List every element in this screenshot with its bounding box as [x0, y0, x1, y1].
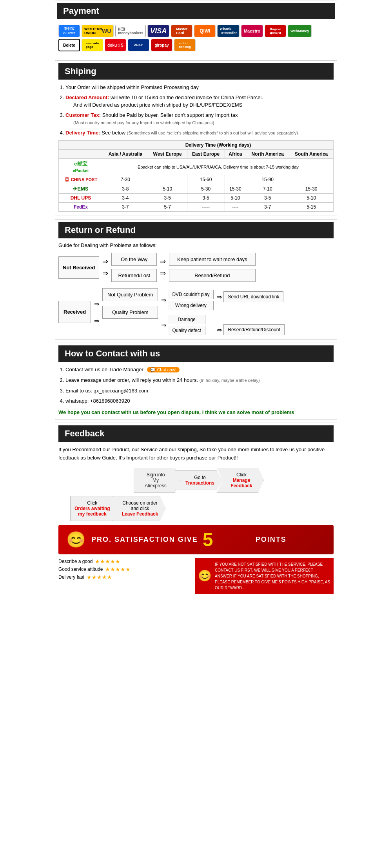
review-smiley: 😊	[198, 568, 212, 584]
chinapost-north: 15-90	[246, 175, 289, 184]
fedex-west: 5-7	[148, 203, 187, 212]
declared-amount-sub: And will Declared as product price which…	[73, 102, 242, 108]
step-leave-feedback: Choose on orderand clickLeave Feedback	[112, 496, 166, 521]
table-row-ems: ✈EMS 3-8 5-10 5-30 15-30 7-10 15-30	[59, 184, 334, 194]
table-region-north: North America	[246, 150, 289, 159]
epacket-logo-cell: e邮宝ePacket	[59, 159, 103, 175]
review-item-2: Good service attitude ★★★★★	[58, 566, 191, 572]
moneybookers-logo: ((((((moneybookers	[115, 25, 146, 37]
resend-discount-box: Resend/Refund/Discount	[223, 324, 284, 335]
step-sign-in-text: Sign intoMyAliexpress	[138, 472, 173, 488]
send-url-box: Send URL download link	[223, 291, 283, 302]
step-sign-in: Sign intoMyAliexpress	[134, 468, 181, 493]
delivery-time-note: (Sometimes will use *seller's shipping m…	[127, 131, 298, 135]
shipping-item-3: Customer Tax: Should be Paid by buyer. S…	[65, 111, 334, 127]
contact-item-4: whatsapp: +8618968063920	[65, 397, 334, 405]
table-region-east: East Europe	[187, 150, 225, 159]
shipping-item-4: Delivery Time: See below (Sometimes will…	[65, 129, 334, 137]
stars-1: ★★★★★	[95, 558, 120, 565]
received-box: Received	[58, 301, 91, 323]
table-row-dhl: DHL UPS 3-4 3-5 3-5 5-10 3-5 5-10	[59, 194, 334, 203]
review-right-text: IF YOU ARE NOT SATISFIED WITH THE SERVIC…	[215, 561, 330, 591]
review-label-1: Describe a good	[58, 559, 93, 564]
quality-problem-box: Quality Problem	[102, 306, 158, 319]
review-item-3: Delivery fast ★★★★★	[58, 574, 191, 580]
review-label-3: Delivery fast	[58, 574, 84, 580]
contact-item-2-note: (In holiday, maybe a little delay)	[200, 378, 260, 383]
contact-item-2: Leave message under order, will reply yo…	[65, 376, 334, 385]
contact-item-3: Email to us: qx_qianxiang@163.com	[65, 387, 334, 395]
satisfaction-banner: 😊 PRO. SATISFACTION GIVE 5 POINTS	[58, 525, 334, 554]
dhl-logo-cell: DHL UPS	[59, 194, 103, 203]
refund-section: Return or Refund Guide for Dealing with …	[55, 219, 337, 340]
fedex-south: 5-15	[289, 203, 334, 212]
table-region-africa: Africa	[225, 150, 246, 159]
feedback-section: Feedback If you Recommand our Product, o…	[55, 423, 337, 598]
contact-warning: We hope you can contact with us before y…	[58, 409, 334, 415]
review-right: 😊 IF YOU ARE NOT SATISFIED WITH THE SERV…	[195, 558, 334, 594]
table-header-delivery: Delivery Time (Working days)	[103, 141, 333, 150]
step-leave-text: Choose on orderand clickLeave Feedback	[122, 500, 158, 517]
giro-logo: giropay	[151, 39, 172, 51]
feedback-steps-row1: Sign intoMyAliexpress Go toTransactions …	[58, 468, 334, 493]
fedex-logo-cell: FedEx	[59, 203, 103, 212]
doku-logo: doku☺S	[105, 39, 126, 51]
table-row-fedex: FedEx 3-7 5-7 ----- ---- 3-7 5-15	[59, 203, 334, 212]
ems-north: 7-10	[246, 184, 289, 194]
delivery-time-label: Delivery Time:	[65, 130, 100, 136]
not-received-flow: Not Received ⇒ ⇒ On the Way Returned/Los…	[58, 253, 334, 282]
contact-header: How to Contact with us	[58, 345, 334, 362]
review-label-2: Good service attitude	[58, 567, 103, 572]
shipping-header: Shiping	[58, 63, 334, 80]
shipping-section: Shiping Your Order will be shipped withi…	[55, 60, 337, 216]
qiwi-logo: QIWI	[194, 25, 216, 37]
contact-section: How to Contact with us Contact with us o…	[55, 343, 337, 419]
ems-south: 15-30	[289, 184, 334, 194]
review-left: Describe a good ★★★★★ Good service attit…	[58, 558, 191, 594]
payment-section: Payment 支付宝ALIPAY WESTERNUNION WU ((((((…	[55, 0, 337, 57]
refund-guide-text: Guide for Dealing with Problems as follo…	[58, 242, 334, 248]
chat-badge: 💬 Chat now!	[147, 367, 180, 372]
ems-africa: 15-30	[225, 184, 246, 194]
payment-header: Payment	[57, 3, 335, 19]
table-region-west: West Europe	[148, 150, 187, 159]
not-quality-box: Not Quality Problem	[102, 288, 158, 301]
table-header-carrier	[59, 141, 103, 150]
step-transactions-text: Go toTransactions	[185, 475, 215, 486]
table-subheader-carrier	[59, 150, 103, 159]
ems-east: 5-30	[187, 184, 225, 194]
delivery-table: Delivery Time (Working days) Asia / Aust…	[58, 140, 334, 212]
keep-patient-box: Keep patient to wait more days	[169, 253, 256, 266]
contact-item-2-text: Leave message under order, will reply yo…	[65, 377, 198, 383]
fedex-north: 3-7	[246, 203, 289, 212]
quality-defect-box: Quality defect	[168, 326, 205, 335]
banner-text-right: POINTS	[216, 536, 326, 544]
customer-tax-sub: (Most country no need pay for any Import…	[73, 120, 214, 125]
payment-logos: 支付宝ALIPAY WESTERNUNION WU ((((((moneyboo…	[57, 23, 335, 53]
dvd-play-box: DVD couldn't play	[168, 290, 214, 299]
alipay-logo: 支付宝ALIPAY	[58, 25, 80, 37]
visa-logo: VISA	[147, 25, 169, 37]
mercado-logo: mercadopago	[82, 39, 103, 51]
resend-refund-box: Resend/Refund	[169, 269, 256, 282]
step-orders-awaiting: ClickOrders awaitingmy feedback	[70, 496, 118, 521]
fedex-east: -----	[187, 203, 225, 212]
ems-west: 5-10	[148, 184, 187, 194]
refund-header: Return or Refund	[58, 222, 334, 238]
stars-2: ★★★★★	[105, 566, 131, 572]
review-bottom: Describe a good ★★★★★ Good service attit…	[58, 558, 334, 594]
chinapost-asia: 7-30	[103, 175, 148, 184]
dhl-asia: 3-4	[103, 194, 148, 203]
fedex-africa: ----	[225, 203, 246, 212]
boleto-logo: Boleto	[58, 39, 80, 51]
wrong-delivery-box: Wrong delivery	[168, 301, 214, 310]
table-row-chinapost: 📮 CHINA POST 7-30 15-60 15-90	[59, 175, 334, 184]
contact-item-1: Contact with us on Trade Manager 💬 Chat …	[65, 366, 334, 374]
feedback-header: Feedback	[58, 425, 334, 442]
sofort-logo: sofortbanking	[174, 39, 196, 51]
wu-logo: WESTERNUNION WU	[82, 25, 114, 37]
dhl-east: 3-5	[187, 194, 225, 203]
feedback-steps-row2: ClickOrders awaitingmy feedback Choose o…	[58, 496, 334, 521]
feedback-intro: If you Recommand our Product, our Servic…	[58, 446, 334, 462]
contact-item-3-text: Email to us: qx_qianxiang@163.com	[65, 388, 148, 394]
